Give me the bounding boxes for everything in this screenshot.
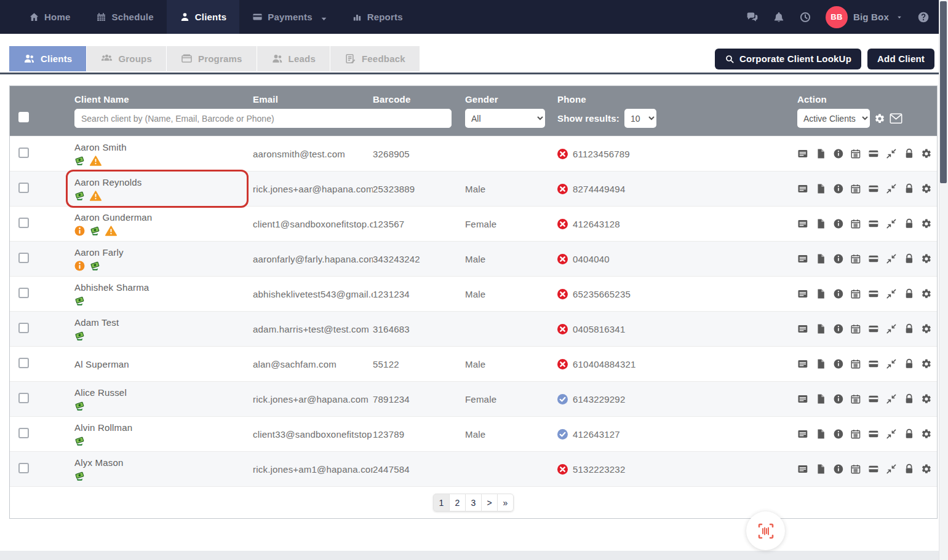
- calendar-icon[interactable]: [850, 323, 861, 334]
- page-button[interactable]: »: [497, 494, 514, 511]
- calendar-icon[interactable]: [850, 148, 861, 159]
- corporate-client-lookup-button[interactable]: Corporate Client LookUp: [715, 49, 861, 69]
- document-icon[interactable]: [815, 463, 826, 475]
- document-icon[interactable]: [815, 393, 826, 404]
- nav-item-reports[interactable]: Reports: [339, 0, 416, 34]
- client-name[interactable]: Al Superman: [74, 359, 248, 369]
- card-icon[interactable]: [797, 358, 808, 369]
- info-icon[interactable]: [833, 393, 844, 404]
- info-icon[interactable]: [833, 428, 844, 440]
- card-icon[interactable]: [797, 183, 808, 194]
- calendar-icon[interactable]: [850, 428, 861, 440]
- row-checkbox[interactable]: [18, 218, 29, 228]
- gear-icon[interactable]: [921, 288, 932, 299]
- gear-icon[interactable]: [921, 183, 932, 194]
- client-status-select[interactable]: Active Clients: [797, 109, 870, 128]
- tab-feedback[interactable]: Feedback: [330, 46, 420, 71]
- card-icon[interactable]: [797, 393, 808, 404]
- compress-arrows-icon[interactable]: [886, 253, 897, 264]
- gear-icon[interactable]: [921, 463, 932, 475]
- document-icon[interactable]: [815, 428, 826, 440]
- card-icon[interactable]: [797, 428, 808, 440]
- document-icon[interactable]: [815, 358, 826, 369]
- page-button[interactable]: 1: [433, 494, 450, 511]
- envelope-icon[interactable]: [890, 113, 902, 124]
- info-icon[interactable]: [833, 323, 844, 334]
- client-name[interactable]: Alyx Mason: [74, 457, 248, 468]
- gear-icon[interactable]: [921, 253, 932, 264]
- calendar-icon[interactable]: [850, 253, 861, 264]
- compress-arrows-icon[interactable]: [886, 463, 897, 475]
- client-name[interactable]: Abhishek Sharma: [74, 282, 248, 293]
- tab-groups[interactable]: Groups: [87, 46, 166, 71]
- gear-icon[interactable]: [874, 113, 885, 124]
- info-icon[interactable]: [833, 183, 844, 194]
- compress-arrows-icon[interactable]: [886, 288, 897, 299]
- credit-card-icon[interactable]: [868, 323, 879, 334]
- nav-item-schedule[interactable]: Schedule: [83, 0, 166, 34]
- credit-card-icon[interactable]: [868, 428, 879, 440]
- row-checkbox[interactable]: [18, 463, 29, 473]
- credit-card-icon[interactable]: [868, 183, 879, 194]
- nav-item-payments[interactable]: Payments: [239, 0, 338, 34]
- nav-item-home[interactable]: Home: [16, 0, 83, 34]
- card-icon[interactable]: [797, 463, 808, 475]
- row-checkbox[interactable]: [18, 183, 29, 193]
- nav-item-clients[interactable]: Clients: [167, 0, 239, 34]
- tab-clients[interactable]: Clients: [9, 46, 86, 71]
- row-checkbox[interactable]: [18, 393, 29, 403]
- lock-icon[interactable]: [904, 183, 915, 194]
- info-icon[interactable]: [833, 218, 844, 229]
- row-checkbox[interactable]: [18, 358, 29, 368]
- page-button[interactable]: >: [481, 494, 498, 511]
- lock-icon[interactable]: [904, 323, 915, 334]
- card-icon[interactable]: [797, 288, 808, 299]
- gear-icon[interactable]: [921, 148, 932, 159]
- lock-icon[interactable]: [904, 463, 915, 475]
- card-icon[interactable]: [797, 218, 808, 229]
- credit-card-icon[interactable]: [868, 463, 879, 475]
- clock-icon[interactable]: [799, 11, 811, 23]
- search-input[interactable]: [74, 109, 452, 128]
- document-icon[interactable]: [815, 253, 826, 264]
- show-results-select[interactable]: 10: [624, 109, 656, 128]
- row-checkbox[interactable]: [18, 148, 29, 158]
- client-name[interactable]: Alice Russel: [74, 387, 248, 398]
- page-button[interactable]: 3: [465, 494, 482, 511]
- account-menu[interactable]: BB Big Box: [826, 6, 903, 28]
- document-icon[interactable]: [815, 323, 826, 334]
- add-client-button[interactable]: Add Client: [867, 49, 934, 69]
- credit-card-icon[interactable]: [868, 253, 879, 264]
- compress-arrows-icon[interactable]: [886, 183, 897, 194]
- card-icon[interactable]: [797, 253, 808, 264]
- scrollbar-thumb[interactable]: [940, 1, 947, 183]
- info-icon[interactable]: [833, 148, 844, 159]
- info-icon[interactable]: [833, 288, 844, 299]
- lock-icon[interactable]: [904, 393, 915, 404]
- compress-arrows-icon[interactable]: [886, 323, 897, 334]
- row-checkbox[interactable]: [18, 288, 29, 298]
- tab-programs[interactable]: Programs: [167, 46, 257, 71]
- compress-arrows-icon[interactable]: [886, 358, 897, 369]
- gear-icon[interactable]: [921, 323, 932, 334]
- calendar-icon[interactable]: [850, 218, 861, 229]
- avatar[interactable]: BB: [826, 6, 848, 28]
- client-name[interactable]: Aaron Reynolds: [74, 177, 248, 187]
- client-name[interactable]: Aaron Smith: [74, 142, 248, 152]
- chat-icon[interactable]: [746, 11, 759, 23]
- card-icon[interactable]: [797, 148, 808, 159]
- credit-card-icon[interactable]: [868, 393, 879, 404]
- bell-icon[interactable]: [773, 11, 785, 23]
- gear-icon[interactable]: [921, 358, 932, 369]
- client-name[interactable]: Alvin Rollman: [74, 422, 248, 433]
- calendar-icon[interactable]: [850, 358, 861, 369]
- gear-icon[interactable]: [921, 428, 932, 440]
- compress-arrows-icon[interactable]: [886, 148, 897, 159]
- credit-card-icon[interactable]: [868, 218, 879, 229]
- tab-leads[interactable]: Leads: [257, 46, 330, 71]
- gear-icon[interactable]: [921, 218, 932, 229]
- credit-card-icon[interactable]: [868, 358, 879, 369]
- scrollbar-track[interactable]: [939, 0, 948, 560]
- client-name[interactable]: Adam Test: [74, 317, 248, 328]
- row-checkbox[interactable]: [18, 253, 29, 263]
